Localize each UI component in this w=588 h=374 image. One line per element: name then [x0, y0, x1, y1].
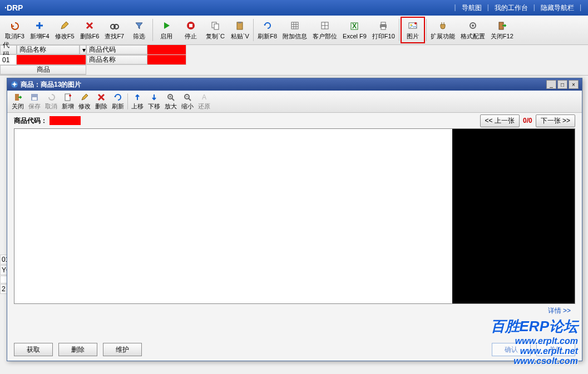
maintain-button[interactable]: 维护 [103, 343, 142, 356]
start-button[interactable]: 启用 [154, 17, 179, 43]
image-area [14, 128, 575, 304]
edit-button[interactable]: 修改F5 [52, 17, 77, 43]
image-button[interactable]: 图片 [401, 17, 425, 43]
get-button[interactable]: 获取 [14, 343, 53, 356]
undo-icon [46, 92, 56, 102]
file-plus-icon [63, 92, 73, 102]
link-nav[interactable]: 导航图 [459, 3, 484, 13]
plug-icon [437, 20, 448, 31]
dlg-delete-button[interactable]: 删除 [93, 91, 110, 112]
watermark: 百胜ERP论坛 www.erplt.com www.erplt.net www.… [491, 317, 578, 366]
next-image-button[interactable]: 下一张 >> [536, 114, 575, 127]
excel-button[interactable]: XExcel F9 [340, 17, 369, 43]
dlg-restore-button[interactable]: A还原 [196, 91, 213, 112]
door-icon [496, 20, 507, 31]
funnel-icon [134, 20, 145, 31]
svg-rect-25 [32, 97, 37, 100]
prev-image-button[interactable]: << 上一张 [480, 114, 520, 127]
code-label: 商品代码： [14, 116, 47, 126]
cell-code[interactable]: 01 [0, 55, 17, 64]
svg-point-19 [472, 24, 474, 27]
grid-icon [319, 20, 330, 31]
zoom-out-icon [182, 92, 192, 102]
svg-rect-26 [65, 94, 70, 101]
print-button[interactable]: 打印F10 [369, 17, 398, 43]
grid-strip: 代码 商品名称 ▾ 01 ████ 商品 商品代码 ■■■■ 商品名称 ■■■■ [0, 45, 588, 76]
svg-rect-5 [214, 24, 219, 29]
door-icon [13, 92, 23, 102]
filter-button[interactable]: 筛选 [127, 17, 151, 43]
close-button[interactable]: 关闭F12 [488, 17, 516, 43]
ext-button[interactable]: 扩展功能 [428, 17, 458, 43]
link-hide-nav[interactable]: 隐藏导航栏 [538, 3, 576, 13]
svg-text:✦: ✦ [12, 81, 17, 88]
floppy-icon [29, 92, 39, 102]
dlg-zoomout-button[interactable]: 缩小 [179, 91, 196, 112]
zoom-in-icon [166, 92, 176, 102]
watermark-url1: www.erplt.com [491, 336, 578, 346]
svg-text:A: A [202, 93, 206, 101]
cell-name-redacted[interactable]: ████ [17, 55, 86, 64]
panel-code-label: 商品代码 [86, 45, 147, 54]
stop-icon [185, 20, 196, 31]
dialog-toolbar: 关闭 保存 取消 新增 修改 删除 刷新 上移 下移 放大 缩小 A还原 [7, 91, 582, 113]
dlg-up-button[interactable]: 上移 [129, 91, 146, 112]
arrow-up-icon [132, 92, 142, 102]
detail-link[interactable]: 详情 >> [7, 304, 582, 318]
dlg-refresh-button[interactable]: 刷新 [110, 91, 126, 112]
add-button[interactable]: 新增F4 [27, 17, 52, 43]
pencil-icon [59, 20, 70, 31]
header-links: | 导航图 | 我的工作台 | 隐藏导航栏 | [452, 3, 584, 13]
x-icon [96, 92, 106, 102]
dlg-close-button[interactable]: 关闭 [9, 91, 26, 112]
paste-button[interactable]: 粘贴`V [228, 17, 252, 43]
dlg-edit-button[interactable]: 修改 [76, 91, 93, 112]
cancel-button[interactable]: 取消F3 [2, 17, 27, 43]
dialog-icon: ✦ [11, 81, 18, 88]
link-workbench[interactable]: 我的工作台 [492, 3, 530, 13]
stop-button[interactable]: 停止 [179, 17, 203, 43]
svg-point-17 [414, 22, 417, 24]
dlg-zoomin-button[interactable]: 放大 [162, 91, 179, 112]
page-counter: 0/0 [523, 117, 532, 124]
undo-icon [9, 20, 20, 31]
panel-name-label: 商品名称 [86, 55, 147, 64]
addinfo-button[interactable]: 附加信息 [280, 17, 310, 43]
custunit-button[interactable]: 客户部位 [310, 17, 340, 43]
excel-icon: X [349, 21, 360, 32]
find-button[interactable]: 查找F7 [102, 17, 127, 43]
delete-bottom-button[interactable]: 删除 [58, 343, 97, 356]
dlg-save-button[interactable]: 保存 [26, 91, 43, 112]
dialog-titlebar[interactable]: ✦ 商品：商品13的图片 _ □ × [7, 78, 582, 91]
app-header: ·DRP | 导航图 | 我的工作台 | 隐藏导航栏 | [0, 0, 588, 16]
delete-button[interactable]: 删除F6 [77, 17, 102, 43]
svg-rect-13 [381, 22, 386, 24]
panel-code-value[interactable]: ■■■■ [147, 45, 186, 54]
image-canvas-left[interactable] [14, 129, 452, 303]
main-toolbar: 取消F3 新增F4 修改F5 删除F6 查找F7 筛选 启用 停止 复制`C 粘… [0, 16, 588, 45]
dlg-add-button[interactable]: 新增 [60, 91, 76, 112]
panel-name-value[interactable]: ■■■■ [147, 55, 186, 64]
col-name[interactable]: 商品名称 [17, 45, 80, 54]
watermark-title: 百胜ERP论坛 [491, 317, 578, 336]
dialog-min-button[interactable]: _ [546, 80, 556, 89]
x-icon [84, 20, 95, 31]
pencil-icon [80, 92, 90, 102]
image-canvas-right[interactable] [452, 129, 575, 303]
format-button[interactable]: 格式配置 [458, 17, 488, 43]
plus-icon [34, 20, 45, 31]
refresh-button[interactable]: 刷新F8 [255, 17, 280, 43]
svg-rect-7 [238, 22, 241, 23]
dlg-down-button[interactable]: 下移 [146, 91, 162, 112]
dlg-cancel-button[interactable]: 取消 [43, 91, 60, 112]
stub-item[interactable]: 商品 [0, 65, 86, 74]
dialog-max-button[interactable]: □ [557, 80, 567, 89]
printer-icon [378, 20, 389, 31]
col-dropdown-icon[interactable]: ▾ [80, 45, 86, 54]
table-icon [289, 20, 300, 31]
dialog-close-button[interactable]: × [569, 80, 579, 89]
copy-button[interactable]: 复制`C [203, 17, 228, 43]
col-code[interactable]: 代码 [0, 45, 17, 54]
binoculars-icon [109, 20, 120, 31]
paste-icon [234, 20, 245, 31]
